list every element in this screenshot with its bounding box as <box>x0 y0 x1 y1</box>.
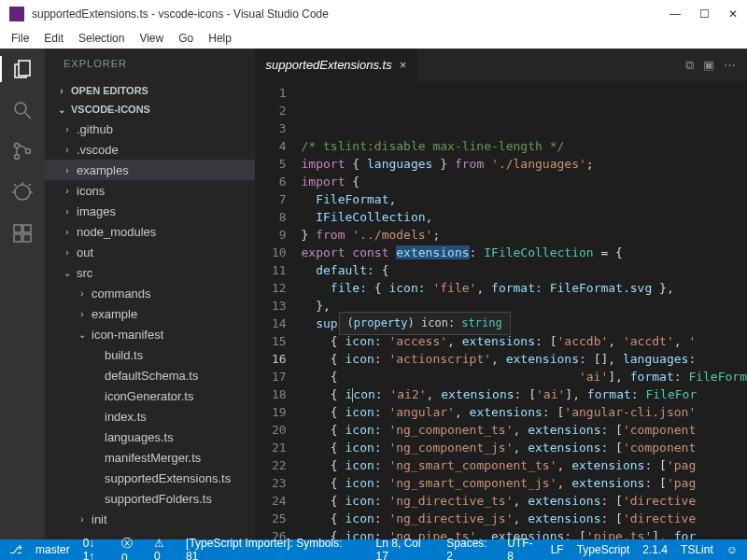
source-control-branch-icon[interactable]: ⎇ <box>9 543 22 556</box>
ts-version[interactable]: 2.1.4 <box>642 543 668 556</box>
code-line[interactable]: } from '../models'; <box>302 226 747 244</box>
code-line[interactable]: { icon: 'ng_pipe_ts', extensions: ['pipe… <box>302 527 747 539</box>
extensions-icon[interactable] <box>9 220 35 246</box>
chevron-right-icon: › <box>62 247 73 258</box>
line-number: 11 <box>255 261 287 279</box>
tree-item[interactable]: ⌄src <box>45 262 255 283</box>
line-number: 9 <box>255 226 287 244</box>
editor-tab[interactable]: supportedExtensions.ts × <box>255 49 418 81</box>
indent-status[interactable]: Spaces: 2 <box>446 537 494 560</box>
tree-item[interactable]: ⌄icon-manifest <box>45 324 255 344</box>
tree-item[interactable]: index.ts <box>45 406 255 427</box>
code-line[interactable]: { icon: 'ng_component_ts', extensions: [… <box>302 421 747 439</box>
cursor-position[interactable]: Ln 8, Col 17 <box>376 537 434 560</box>
maximize-button[interactable]: ☐ <box>699 7 710 21</box>
svg-point-5 <box>26 149 31 154</box>
search-icon[interactable] <box>9 97 35 123</box>
git-sync[interactable]: 0↓ 1↑ <box>83 537 108 560</box>
project-section[interactable]: ⌄VSCODE-ICONS <box>45 100 255 119</box>
code-line[interactable]: { 'ai'], format: FileForm <box>302 368 747 385</box>
code-editor[interactable]: 1234567891011121314151617181920212223242… <box>255 81 747 539</box>
encoding-status[interactable]: UTF-8 <box>507 537 537 560</box>
warnings-count[interactable]: ⚠ 0 <box>154 537 173 560</box>
tree-item[interactable]: ›icons <box>45 180 255 201</box>
tree-item[interactable]: iconGenerator.ts <box>45 385 255 406</box>
tree-item[interactable]: ›init <box>45 509 255 529</box>
source-control-icon[interactable] <box>9 138 35 164</box>
code-line[interactable]: default: { <box>302 261 747 279</box>
code-line[interactable]: { icon: 'actionscript', extensions: [], … <box>302 350 747 368</box>
code-line[interactable]: { icon: 'ng_directive_js', extensions: [… <box>302 510 747 527</box>
tree-item[interactable]: build.ts <box>45 344 255 365</box>
git-branch[interactable]: master <box>35 543 70 556</box>
tree-item[interactable]: manifestMerger.ts <box>45 447 255 468</box>
toggle-panel-icon[interactable]: ▣ <box>703 58 714 73</box>
menu-edit[interactable]: Edit <box>38 30 69 47</box>
code-line[interactable]: { icon: 'ng_smart_component_ts', extensi… <box>302 456 747 474</box>
tree-item[interactable]: languages.ts <box>45 427 255 447</box>
code-line[interactable]: { icon: 'angular', extensions: ['angular… <box>302 403 747 421</box>
chevron-down-icon: ⌄ <box>62 268 73 278</box>
tree-item[interactable]: ›example <box>45 303 255 324</box>
line-number: 17 <box>255 368 287 385</box>
tree-item[interactable]: ›node_modules <box>45 221 255 242</box>
menu-view[interactable]: View <box>134 30 169 47</box>
line-number: 10 <box>255 244 287 261</box>
code-line[interactable]: import { <box>302 173 747 190</box>
minimize-button[interactable]: — <box>669 7 681 21</box>
tree-label: images <box>77 204 116 218</box>
line-number: 5 <box>255 155 287 173</box>
menu-help[interactable]: Help <box>203 30 237 47</box>
open-editors-section[interactable]: ›OPEN EDITORS <box>45 81 255 100</box>
line-number: 8 <box>255 208 287 226</box>
svg-point-6 <box>15 185 30 200</box>
tree-item[interactable]: ›examples <box>45 160 255 180</box>
tree-item[interactable]: ›commands <box>45 283 255 303</box>
code-line[interactable]: { icon: 'ng_smart_component_js', extensi… <box>302 474 747 492</box>
errors-count[interactable]: ⓧ 0 <box>121 536 141 561</box>
tree-item[interactable]: defaultSchema.ts <box>45 365 255 385</box>
code-line[interactable]: { icon: 'ai2', extensions: ['ai'], forma… <box>302 385 747 403</box>
ts-importer-status[interactable]: [TypeScript Importer]: Symbols: 81 <box>186 537 350 560</box>
code-line[interactable]: /* tslint:disable max-line-length */ <box>302 137 747 155</box>
code-line[interactable]: IFileCollection, <box>302 208 747 226</box>
code-line[interactable]: FileFormat, <box>302 190 747 208</box>
svg-line-2 <box>25 113 31 119</box>
line-number: 14 <box>255 315 287 332</box>
tree-label: icons <box>77 184 105 198</box>
tree-label: example <box>92 307 137 321</box>
more-actions-icon[interactable]: ⋯ <box>724 58 736 73</box>
line-number: 23 <box>255 474 287 492</box>
tree-item[interactable]: supportedFolders.ts <box>45 488 255 509</box>
code-line[interactable]: export const extensions: IFileCollection… <box>302 244 747 261</box>
close-tab-icon[interactable]: × <box>400 58 407 72</box>
tree-label: icon-manifest <box>92 328 163 342</box>
chevron-right-icon: › <box>62 186 73 196</box>
tree-item[interactable]: ›images <box>45 201 255 221</box>
tree-item[interactable]: ›out <box>45 242 255 262</box>
menu-go[interactable]: Go <box>173 30 199 47</box>
chevron-right-icon: › <box>77 309 88 319</box>
chevron-right-icon: › <box>62 165 73 175</box>
code-line[interactable]: { icon: 'ng_component_js', extensions: [… <box>302 439 747 456</box>
tree-item[interactable]: supportedExtensions.ts <box>45 468 255 488</box>
menu-file[interactable]: File <box>6 30 35 47</box>
code-line[interactable]: file: { icon: 'file', format: FileFormat… <box>302 279 747 297</box>
code-line[interactable]: { icon: 'ng_directive_ts', extensions: [… <box>302 492 747 510</box>
files-icon[interactable] <box>0 56 45 82</box>
close-button[interactable]: ✕ <box>728 7 738 21</box>
code-line[interactable]: import { languages } from './languages'; <box>302 155 747 173</box>
feedback-icon[interactable]: ☺ <box>726 543 738 556</box>
tree-label: supportedFolders.ts <box>105 492 212 506</box>
tree-label: .github <box>77 122 113 136</box>
tree-item[interactable]: ›.vscode <box>45 139 255 160</box>
window-title: supportedExtensions.ts - vscode-icons - … <box>32 7 669 21</box>
debug-icon[interactable] <box>9 179 35 205</box>
status-bar: ⎇ master 0↓ 1↑ ⓧ 0 ⚠ 0 [TypeScript Impor… <box>0 539 747 560</box>
tslint-status[interactable]: TSLint <box>681 543 713 556</box>
eol-status[interactable]: LF <box>551 543 564 556</box>
split-editor-icon[interactable]: ⧉ <box>685 58 694 73</box>
menu-selection[interactable]: Selection <box>73 30 130 47</box>
tree-item[interactable]: ›.github <box>45 119 255 139</box>
language-status[interactable]: TypeScript <box>577 543 630 556</box>
